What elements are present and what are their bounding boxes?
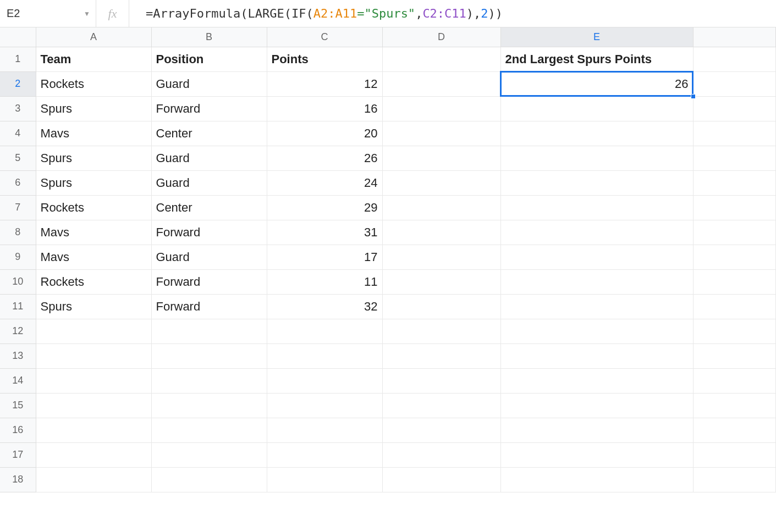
cell-D16[interactable] xyxy=(382,418,500,442)
cell-E12[interactable] xyxy=(500,319,693,343)
column-header-d[interactable]: D xyxy=(382,27,500,47)
cell-A16[interactable] xyxy=(36,418,151,442)
cell-B3[interactable]: Forward xyxy=(151,96,267,121)
cell-D2[interactable] xyxy=(382,71,500,96)
chevron-down-icon[interactable]: ▼ xyxy=(84,10,90,18)
cell-D12[interactable] xyxy=(382,319,500,343)
cell-B12[interactable] xyxy=(151,319,267,343)
cell-E13[interactable] xyxy=(500,343,693,368)
cell-E17[interactable] xyxy=(500,442,693,467)
cell-A15[interactable] xyxy=(36,393,151,418)
cell-B10[interactable]: Forward xyxy=(151,269,267,294)
cell-F6[interactable] xyxy=(693,170,775,195)
cell-D6[interactable] xyxy=(382,170,500,195)
cell-D10[interactable] xyxy=(382,269,500,294)
name-box[interactable]: E2 ▼ xyxy=(0,0,96,27)
cell-A9[interactable]: Mavs xyxy=(36,245,151,269)
cell-A1[interactable]: Team xyxy=(36,47,151,71)
cell-E1[interactable]: 2nd Largest Spurs Points xyxy=(500,47,693,71)
column-header-a[interactable]: A xyxy=(36,27,151,47)
cell-A12[interactable] xyxy=(36,319,151,343)
cell-D1[interactable] xyxy=(382,47,500,71)
cell-C9[interactable]: 17 xyxy=(267,245,382,269)
cell-D15[interactable] xyxy=(382,393,500,418)
cell-A14[interactable] xyxy=(36,368,151,393)
row-header-17[interactable]: 17 xyxy=(0,442,36,467)
cell-A18[interactable] xyxy=(36,467,151,492)
row-header-1[interactable]: 1 xyxy=(0,47,36,71)
cell-C12[interactable] xyxy=(267,319,382,343)
cell-B9[interactable]: Guard xyxy=(151,245,267,269)
cell-E18[interactable] xyxy=(500,467,693,492)
cell-E14[interactable] xyxy=(500,368,693,393)
cell-E4[interactable] xyxy=(500,121,693,146)
column-header-c[interactable]: C xyxy=(267,27,382,47)
cell-C2[interactable]: 12 xyxy=(267,71,382,96)
cell-F10[interactable] xyxy=(693,269,775,294)
cell-A17[interactable] xyxy=(36,442,151,467)
cell-F5[interactable] xyxy=(693,146,775,170)
cell-E11[interactable] xyxy=(500,294,693,319)
cell-C1[interactable]: Points xyxy=(267,47,382,71)
cell-E16[interactable] xyxy=(500,418,693,442)
fx-icon[interactable]: fx xyxy=(96,0,129,27)
cell-C18[interactable] xyxy=(267,467,382,492)
row-header-12[interactable]: 12 xyxy=(0,319,36,343)
cell-D11[interactable] xyxy=(382,294,500,319)
cell-C4[interactable]: 20 xyxy=(267,121,382,146)
cell-F12[interactable] xyxy=(693,319,775,343)
cell-C17[interactable] xyxy=(267,442,382,467)
row-header-18[interactable]: 18 xyxy=(0,467,36,492)
cell-F18[interactable] xyxy=(693,467,775,492)
cell-E7[interactable] xyxy=(500,195,693,220)
cell-A10[interactable]: Rockets xyxy=(36,269,151,294)
row-header-13[interactable]: 13 xyxy=(0,343,36,368)
column-header-f[interactable] xyxy=(693,27,775,47)
cell-C8[interactable]: 31 xyxy=(267,220,382,245)
cell-F4[interactable] xyxy=(693,121,775,146)
cell-C13[interactable] xyxy=(267,343,382,368)
cell-E6[interactable] xyxy=(500,170,693,195)
cell-C10[interactable]: 11 xyxy=(267,269,382,294)
formula-input[interactable]: =ArrayFormula(LARGE(IF(A2:A11="Spurs",C2… xyxy=(129,0,776,27)
cell-B15[interactable] xyxy=(151,393,267,418)
cell-A6[interactable]: Spurs xyxy=(36,170,151,195)
row-header-15[interactable]: 15 xyxy=(0,393,36,418)
spreadsheet-grid[interactable]: A B C D E 1TeamPositionPoints2nd Largest… xyxy=(0,27,776,492)
cell-A7[interactable]: Rockets xyxy=(36,195,151,220)
cell-B6[interactable]: Guard xyxy=(151,170,267,195)
cell-D13[interactable] xyxy=(382,343,500,368)
cell-A4[interactable]: Mavs xyxy=(36,121,151,146)
cell-F1[interactable] xyxy=(693,47,775,71)
row-header-5[interactable]: 5 xyxy=(0,146,36,170)
cell-D5[interactable] xyxy=(382,146,500,170)
row-header-4[interactable]: 4 xyxy=(0,121,36,146)
cell-A13[interactable] xyxy=(36,343,151,368)
row-header-3[interactable]: 3 xyxy=(0,96,36,121)
cell-F11[interactable] xyxy=(693,294,775,319)
column-header-e[interactable]: E xyxy=(500,27,693,47)
cell-A11[interactable]: Spurs xyxy=(36,294,151,319)
cell-B14[interactable] xyxy=(151,368,267,393)
cell-B18[interactable] xyxy=(151,467,267,492)
cell-F2[interactable] xyxy=(693,71,775,96)
row-header-8[interactable]: 8 xyxy=(0,220,36,245)
cell-B16[interactable] xyxy=(151,418,267,442)
cell-F13[interactable] xyxy=(693,343,775,368)
cell-D4[interactable] xyxy=(382,121,500,146)
cell-A2[interactable]: Rockets xyxy=(36,71,151,96)
cell-C6[interactable]: 24 xyxy=(267,170,382,195)
row-header-9[interactable]: 9 xyxy=(0,245,36,269)
cell-E3[interactable] xyxy=(500,96,693,121)
cell-B7[interactable]: Center xyxy=(151,195,267,220)
cell-F17[interactable] xyxy=(693,442,775,467)
cell-E10[interactable] xyxy=(500,269,693,294)
selection-handle[interactable] xyxy=(691,94,696,99)
cell-D18[interactable] xyxy=(382,467,500,492)
cell-F9[interactable] xyxy=(693,245,775,269)
row-header-7[interactable]: 7 xyxy=(0,195,36,220)
cell-E5[interactable] xyxy=(500,146,693,170)
cell-B4[interactable]: Center xyxy=(151,121,267,146)
cell-D17[interactable] xyxy=(382,442,500,467)
cell-E2[interactable]: 26 xyxy=(500,71,693,96)
